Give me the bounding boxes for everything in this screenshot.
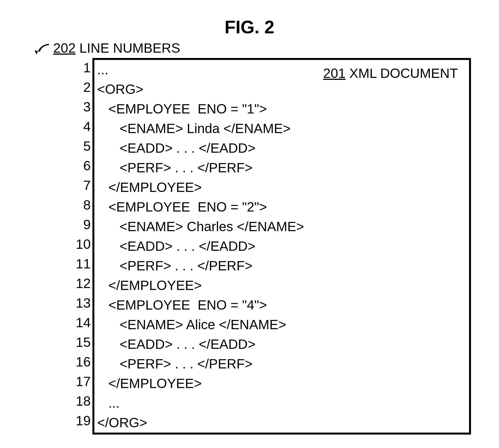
code-line: </EMPLOYEE>: [97, 276, 461, 295]
code-line: </EMPLOYEE>: [97, 374, 461, 393]
line-numbers-header: 202 LINE NUMBERS: [34, 40, 471, 56]
code-area: 1 2 3 4 5 6 7 8 9 10 11 12 13 14 15 16 1…: [62, 58, 471, 435]
code-line: ...: [97, 393, 461, 413]
line-number: 6: [83, 156, 91, 176]
line-number: 7: [83, 176, 91, 195]
line-number: 4: [83, 117, 91, 136]
line-number: 9: [83, 215, 91, 235]
code-line: <EADD> . . . </EADD>: [97, 236, 461, 256]
callout-arrow-icon: [34, 42, 50, 56]
line-number: 13: [76, 293, 91, 313]
line-number: 1: [83, 58, 91, 78]
line-numbers-ref: 202: [53, 41, 76, 55]
code-line: <EMPLOYEE ENO = "2">: [97, 197, 461, 217]
line-numbers-label: 202 LINE NUMBERS: [53, 40, 180, 56]
line-number: 19: [76, 411, 91, 431]
line-number: 10: [76, 235, 91, 254]
code-line: <PERF> . . . </PERF>: [97, 256, 461, 276]
line-numbers-text: LINE NUMBERS: [76, 41, 180, 55]
line-number: 8: [83, 195, 91, 215]
code-line: <EADD> . . . </EADD>: [97, 138, 461, 158]
line-number: 2: [83, 78, 91, 97]
figure-page: FIG. 2 202 LINE NUMBERS 1 2 3 4 5 6 7 8 …: [0, 0, 499, 448]
line-number-gutter: 1 2 3 4 5 6 7 8 9 10 11 12 13 14 15 16 1…: [62, 58, 92, 435]
code-line: <PERF> . . . </PERF>: [97, 354, 461, 374]
code-line: </ORG>: [97, 413, 461, 433]
code-line: <PERF> . . . </PERF>: [97, 158, 461, 178]
line-number: 15: [76, 333, 91, 352]
line-number: 17: [76, 372, 91, 391]
figure-title: FIG. 2: [28, 17, 471, 38]
xml-document-ref: 201: [323, 66, 346, 81]
xml-document-box: 201 XML DOCUMENT ... <ORG> <EMPLOYEE ENO…: [92, 58, 471, 435]
line-number: 14: [76, 313, 91, 333]
line-number: 18: [76, 391, 91, 411]
code-line: </EMPLOYEE>: [97, 178, 461, 197]
line-number: 16: [76, 352, 91, 372]
line-number: 12: [76, 274, 91, 293]
line-number: 5: [83, 136, 91, 156]
xml-document-text: XML DOCUMENT: [346, 66, 458, 81]
code-line: <EMPLOYEE ENO = "1">: [97, 99, 461, 119]
code-line: <ORG>: [97, 80, 461, 99]
code-line: <EMPLOYEE ENO = "4">: [97, 295, 461, 315]
code-line: <EADD> . . . </EADD>: [97, 335, 461, 354]
code-line: <ENAME> Linda </ENAME>: [97, 119, 461, 138]
line-number: 11: [76, 254, 91, 274]
line-number: 3: [83, 97, 91, 117]
code-line: <ENAME> Alice </ENAME>: [97, 315, 461, 335]
xml-document-label: 201 XML DOCUMENT: [323, 66, 458, 81]
code-line: <ENAME> Charles </ENAME>: [97, 217, 461, 236]
